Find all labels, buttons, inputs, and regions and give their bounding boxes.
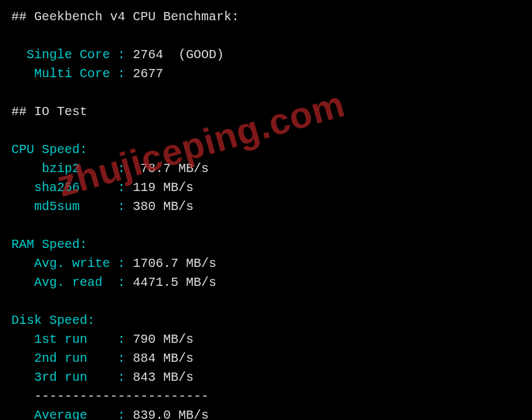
blank-line bbox=[11, 121, 521, 140]
disk-run2-value: 884 MB/s bbox=[133, 351, 194, 366]
io-test-header: ## IO Test bbox=[11, 102, 521, 121]
blank-line bbox=[11, 292, 521, 311]
disk-run2-label: 2nd run : bbox=[34, 351, 133, 366]
geekbench-header: ## Geekbench v4 CPU Benchmark: bbox=[11, 8, 521, 27]
multi-core-value: 2677 bbox=[133, 66, 163, 81]
ram-write-label: Avg. write : bbox=[34, 256, 133, 271]
disk-run3-value: 843 MB/s bbox=[133, 370, 194, 385]
disk-avg-row: Average : 839.0 MB/s bbox=[11, 406, 521, 420]
cpu-speed-header: CPU Speed: bbox=[11, 140, 521, 159]
sha256-label: sha256 : bbox=[34, 180, 133, 195]
bzip2-row: bzip2 : 78.7 MB/s bbox=[11, 159, 521, 178]
multi-core-row: Multi Core : 2677 bbox=[11, 65, 521, 83]
disk-avg-value: 839.0 MB/s bbox=[133, 408, 209, 420]
ram-read-label: Avg. read : bbox=[34, 275, 133, 290]
disk-run3-label: 3rd run : bbox=[34, 370, 133, 385]
disk-run3-row: 3rd run : 843 MB/s bbox=[11, 368, 521, 387]
bzip2-label: bzip2 : bbox=[42, 161, 133, 176]
disk-divider: ----------------------- bbox=[11, 387, 521, 406]
multi-core-label: Multi Core : bbox=[34, 66, 133, 81]
disk-run1-value: 790 MB/s bbox=[133, 332, 194, 347]
disk-run1-row: 1st run : 790 MB/s bbox=[11, 330, 521, 349]
sha256-value: 119 MB/s bbox=[133, 180, 194, 195]
md5sum-value: 380 MB/s bbox=[133, 199, 194, 214]
blank-line bbox=[11, 83, 521, 102]
disk-run2-row: 2nd run : 884 MB/s bbox=[11, 349, 521, 368]
ram-read-row: Avg. read : 4471.5 MB/s bbox=[11, 273, 521, 292]
disk-speed-header: Disk Speed: bbox=[11, 311, 521, 330]
ram-write-row: Avg. write : 1706.7 MB/s bbox=[11, 254, 521, 273]
disk-run1-label: 1st run : bbox=[34, 332, 133, 347]
blank-line bbox=[11, 27, 521, 46]
bzip2-value: 78.7 MB/s bbox=[133, 161, 209, 176]
ram-speed-header: RAM Speed: bbox=[11, 235, 521, 254]
ram-read-value: 4471.5 MB/s bbox=[133, 275, 216, 290]
single-core-row: Single Core : 2764 (GOOD) bbox=[11, 46, 521, 65]
ram-write-value: 1706.7 MB/s bbox=[133, 256, 216, 271]
single-core-label: Single Core : bbox=[27, 47, 133, 62]
md5sum-label: md5sum : bbox=[34, 199, 133, 214]
single-core-value: 2764 (GOOD) bbox=[133, 47, 224, 62]
md5sum-row: md5sum : 380 MB/s bbox=[11, 197, 521, 216]
blank-line bbox=[11, 216, 521, 235]
sha256-row: sha256 : 119 MB/s bbox=[11, 178, 521, 197]
disk-avg-label: Average : bbox=[34, 408, 133, 420]
